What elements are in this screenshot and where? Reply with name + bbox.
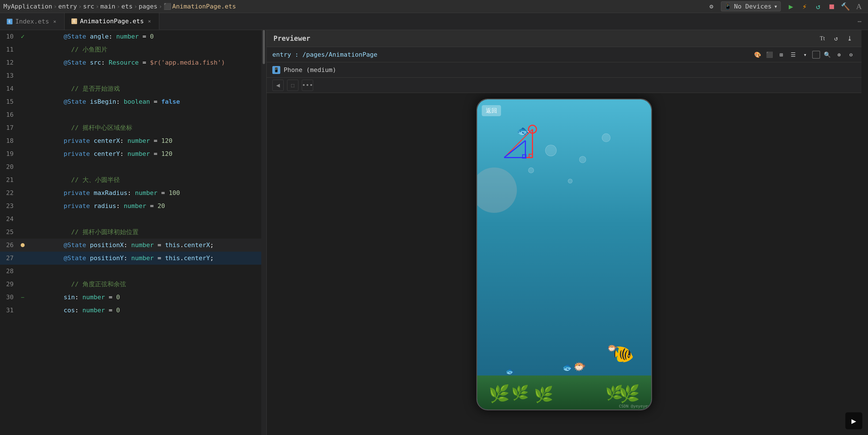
line-number-17: 17 xyxy=(0,121,19,134)
line-number-19: 19 xyxy=(0,147,19,160)
font-icon[interactable]: A xyxy=(853,1,865,11)
breadcrumb-src[interactable]: src xyxy=(83,3,94,10)
line-number-27: 27 xyxy=(0,252,19,265)
zoom-in-icon[interactable]: ⊕ xyxy=(834,50,844,60)
tab-label-animation: AnimationPage.ets xyxy=(80,18,144,25)
breadcrumb-myapp[interactable]: MyApplication xyxy=(3,3,52,10)
tab-label-index: Index.ets xyxy=(15,18,49,25)
previewer-header: Previewer Tt ↺ ⤓ xyxy=(267,30,862,47)
expand-icon[interactable]: ▾ xyxy=(800,50,810,60)
device-selector-label: No Devices xyxy=(734,3,771,10)
line-number-13: 13 xyxy=(0,69,19,82)
list-icon[interactable]: ☰ xyxy=(788,50,798,60)
back-button[interactable]: 返回 xyxy=(482,105,501,116)
run-buttons: ▶ ⚡ ↺ ⏹ 🔨 A xyxy=(785,1,865,11)
breadcrumb-pages[interactable]: pages xyxy=(138,3,157,10)
zoom-icon[interactable]: 🔍 xyxy=(823,50,832,60)
phone-frame: 返回 🐟 ↖ xyxy=(476,99,652,410)
settings-icon[interactable]: ⚙ xyxy=(706,1,716,11)
editor-scrollbar[interactable] xyxy=(261,30,267,435)
layers-icon[interactable]: ⬛ xyxy=(765,50,774,60)
previewer-path-bar: entry : /pages/AnimationPage 🎨 ⬛ ⊞ ☰ ▾ 🔍… xyxy=(267,47,862,62)
line-number-18: 18 xyxy=(0,134,19,147)
main-content: 10 ✓ @State angle: number = 0 11 // 小鱼图片… xyxy=(0,30,868,435)
tabs-bar: E Index.ets × E AnimationPage.ets × ⋯ xyxy=(0,13,868,30)
line-number-11: 11 xyxy=(0,43,19,56)
bubble-1 xyxy=(545,145,557,156)
zoom-out-icon[interactable]: ⊖ xyxy=(846,50,856,60)
path-icons: 🎨 ⬛ ⊞ ☰ ▾ 🔍 ⊕ ⊖ xyxy=(753,50,856,60)
run-button[interactable]: ▶ xyxy=(785,1,797,11)
tab-index-ets[interactable]: E Index.ets × xyxy=(0,13,65,30)
tab-close-index[interactable]: × xyxy=(52,19,58,24)
back-btn[interactable]: ◀ xyxy=(272,80,284,91)
small-fish-2: 🐡 xyxy=(607,343,617,353)
line-number-26: 26 xyxy=(0,239,19,252)
seaweed-1: 🌿 xyxy=(489,384,510,404)
previewer-controls: ◀ ⬚ ••• xyxy=(267,77,862,93)
grid-icon[interactable]: ⊞ xyxy=(776,50,786,60)
right-panel: Previewer Tt ↺ ⤓ entry : /pages/Animatio… xyxy=(267,30,862,435)
svg-line-3 xyxy=(504,129,532,158)
chevron-down-icon: ▾ xyxy=(774,3,778,10)
corner-play-button[interactable]: ▶ xyxy=(845,412,862,429)
build-button[interactable]: 🔨 xyxy=(840,1,851,11)
line-number-28: 28 xyxy=(0,265,19,278)
font-size-icon[interactable]: Tt xyxy=(817,33,828,44)
line-number-12: 12 xyxy=(0,56,19,69)
line-number-31: 31 xyxy=(0,304,19,317)
theme-icon[interactable]: 🎨 xyxy=(753,50,762,60)
line-indicator-26 xyxy=(19,243,26,247)
bubble-2 xyxy=(579,156,586,163)
phone-screen: 返回 🐟 ↖ xyxy=(477,99,651,409)
seaweed-5: 🌿 xyxy=(619,384,640,404)
breadcrumb: MyApplication › entry › src › main › ets… xyxy=(3,3,236,10)
device-name: Phone (medium) xyxy=(284,66,856,73)
line-number-16: 16 xyxy=(0,108,19,121)
tabs-overflow[interactable]: ⋯ xyxy=(855,13,865,30)
code-editor: 10 ✓ @State angle: number = 0 11 // 小鱼图片… xyxy=(0,30,267,435)
breadcrumb-entry[interactable]: entry xyxy=(58,3,77,10)
reload-button[interactable]: ↺ xyxy=(812,1,824,11)
top-bar: MyApplication › entry › src › main › ets… xyxy=(0,0,868,13)
frame-icon[interactable] xyxy=(812,51,820,59)
device-selector[interactable]: 📱 No Devices ▾ xyxy=(721,1,781,11)
tab-animation-ets[interactable]: E AnimationPage.ets × xyxy=(65,13,159,30)
line-number-15: 15 xyxy=(0,95,19,108)
stop-button[interactable]: ⏹ xyxy=(826,1,837,11)
debug-button[interactable]: ⚡ xyxy=(799,1,810,11)
editor-scrollbar-thumb[interactable] xyxy=(263,30,265,64)
seaweed-3: 🌿 xyxy=(534,385,553,404)
more-btn[interactable]: ••• xyxy=(302,80,313,91)
line-number-25: 25 xyxy=(0,225,19,239)
line-number-20: 20 xyxy=(0,160,19,174)
previewer-title: Previewer xyxy=(274,35,817,42)
line-number-23: 23 xyxy=(0,199,19,213)
breadcrumb-ets[interactable]: ets xyxy=(121,3,133,10)
previewer-path: entry : /pages/AnimationPage xyxy=(272,51,749,58)
phone-preview-area: 返回 🐟 ↖ xyxy=(267,93,862,435)
download-icon[interactable]: ⤓ xyxy=(844,33,855,44)
code-lines: 10 ✓ @State angle: number = 0 11 // 小鱼图片… xyxy=(0,30,267,317)
line-number-21: 21 xyxy=(0,174,19,186)
bubble-4 xyxy=(568,179,572,183)
line-number-24: 24 xyxy=(0,213,19,225)
code-line-12: 12 @State src: Resource = $r('app.media.… xyxy=(0,56,267,69)
seaweed-2: 🌿 xyxy=(511,384,529,401)
tab-close-animation[interactable]: × xyxy=(147,19,152,24)
bubble-3 xyxy=(602,133,611,142)
tab-icon-index: E xyxy=(7,19,12,24)
rotate-btn[interactable]: ⬚ xyxy=(287,80,299,91)
line-indicator-10: ✓ xyxy=(19,30,26,43)
line-number-14: 14 xyxy=(0,82,19,95)
code-line-23: 23 private radius: number = 20 xyxy=(0,199,267,213)
code-line-19: 19 private centerY: number = 120 xyxy=(0,147,267,160)
tab-icon-animation: E xyxy=(71,19,77,24)
code-line-31: 31 cos: number = 0 xyxy=(0,304,267,317)
refresh-icon[interactable]: ↺ xyxy=(831,33,841,44)
breadcrumb-main[interactable]: main xyxy=(100,3,115,10)
breadcrumb-file[interactable]: ⬛AnimationPage.ets xyxy=(163,3,236,10)
line-number-30: 30 xyxy=(0,291,19,304)
line-number-22: 22 xyxy=(0,186,19,199)
purple-fish: 🐡 xyxy=(573,361,586,373)
